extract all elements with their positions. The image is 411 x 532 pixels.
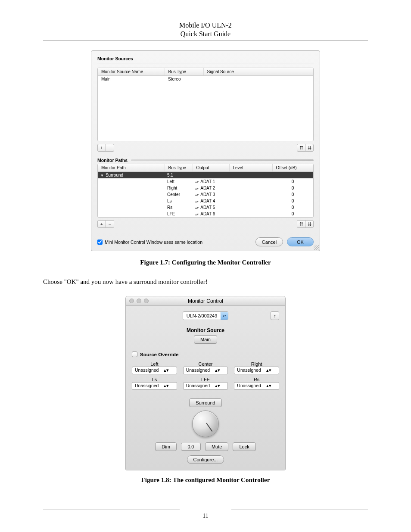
monitor-paths-label: Monitor Paths: [97, 158, 128, 163]
cell-bus: Right: [165, 185, 193, 191]
cell-level: [229, 191, 272, 198]
cell-offset: 0: [272, 204, 313, 211]
zoom-icon[interactable]: [144, 299, 149, 303]
channel-select[interactable]: Unassigned▴▾: [234, 382, 279, 390]
path-move-top-button[interactable]: ⇈: [297, 220, 305, 228]
page-number: 11: [43, 513, 368, 520]
close-icon[interactable]: [129, 299, 134, 303]
cell-offset: 0: [272, 198, 313, 204]
ok-button[interactable]: OK: [287, 237, 314, 246]
device-select-value: ULN-2/000249: [183, 313, 221, 318]
channel-label: Left: [132, 361, 177, 367]
table-row[interactable]: Main Stereo: [98, 76, 313, 83]
mute-button[interactable]: Mute: [205, 442, 228, 451]
device-select[interactable]: ULN-2/000249 ▴▾: [183, 311, 229, 320]
stepper-icon: ▴▾: [195, 193, 199, 197]
minimize-icon[interactable]: [137, 299, 141, 303]
monitor-source-title: Monitor Source: [132, 327, 279, 333]
col-signal-source[interactable]: Signal Source: [203, 68, 313, 76]
move-top-button[interactable]: ⇈: [297, 144, 305, 152]
body-paragraph: Choose "OK" and you now have a surround …: [43, 278, 368, 286]
cell-bus: Stereo: [165, 76, 203, 83]
window-titlebar[interactable]: Monitor Control: [126, 296, 285, 306]
monitor-config-dialog: Monitor Sources Monitor Source Name Bus …: [91, 50, 320, 251]
cell-level: [229, 178, 272, 185]
channel-select[interactable]: Unassigned▴▾: [132, 382, 177, 390]
table-row[interactable]: Right▴▾ ADAT 20: [98, 185, 313, 191]
window-title: Monitor Control: [126, 298, 285, 304]
channel-label: Center: [183, 361, 228, 367]
channel-label: LFE: [183, 377, 228, 382]
source-override-label: Source Override: [140, 352, 178, 357]
col-offset[interactable]: Offset (dB): [272, 164, 313, 172]
chevron-updown-icon: ▴▾: [264, 367, 279, 374]
figure-1-7-caption: Figure 1.7: Configuring the Monitor Cont…: [43, 259, 368, 266]
col-monitor-path[interactable]: Monitor Path: [98, 164, 165, 172]
col-output[interactable]: Output: [193, 164, 229, 172]
cell-level: [229, 185, 272, 191]
cell-bus: Left: [165, 178, 193, 185]
col-bus-type2[interactable]: Bus Type: [165, 164, 193, 172]
resize-grip[interactable]: [314, 245, 319, 250]
cell-level: [229, 211, 272, 217]
dim-button[interactable]: Dim: [155, 442, 177, 451]
doc-title-1: Mobile I/O ULN-2: [43, 22, 368, 29]
chevron-updown-icon: ▴▾: [161, 383, 176, 389]
move-bottom-button[interactable]: ⇊: [305, 144, 314, 152]
lock-button[interactable]: Lock: [233, 442, 255, 451]
cell-output: ▴▾ ADAT 3: [193, 191, 229, 198]
table-row[interactable]: Center▴▾ ADAT 30: [98, 191, 313, 198]
level-readout[interactable]: 0.0: [181, 443, 201, 451]
col-bus-type[interactable]: Bus Type: [165, 68, 203, 76]
channel-select[interactable]: Unassigned▴▾: [183, 367, 228, 374]
configure-button[interactable]: Configure...: [187, 455, 224, 464]
cell-output: ▴▾ ADAT 4: [193, 198, 229, 204]
stepper-icon: ▴▾: [195, 187, 199, 190]
sources-table: Monitor Source Name Bus Type Signal Sour…: [97, 68, 314, 141]
path-row-selected[interactable]: Surround 5.1: [98, 172, 313, 178]
divider: [97, 63, 314, 63]
cell-bus: Rs: [165, 204, 193, 211]
cell-level: [229, 198, 272, 204]
remove-path-button[interactable]: −: [106, 220, 114, 228]
table-row[interactable]: Rs▴▾ ADAT 50: [98, 204, 313, 211]
monitor-path-button[interactable]: Surround: [189, 398, 221, 407]
cell-bus: Center: [165, 191, 193, 198]
add-source-button[interactable]: +: [97, 144, 106, 152]
table-row[interactable]: LFE▴▾ ADAT 60: [98, 211, 313, 217]
monitor-control-window: Monitor Control ULN-2/000249 ▴▾ ↑ Monito…: [125, 296, 286, 470]
mini-window-label: Mini Monitor Control Window uses same lo…: [105, 240, 202, 245]
chevron-updown-icon: ▴▾: [221, 312, 228, 320]
stepper-icon: ▴▾: [195, 199, 199, 203]
channel-label: Ls: [132, 377, 177, 382]
pin-button[interactable]: ↑: [271, 311, 279, 320]
channel-select[interactable]: Unassigned▴▾: [234, 367, 279, 374]
col-level[interactable]: Level: [229, 164, 272, 172]
chevron-updown-icon: ▴▾: [212, 367, 227, 374]
channel-select-value: Unassigned: [184, 383, 212, 389]
chevron-updown-icon: ▴▾: [212, 383, 227, 389]
decorative-bar: [131, 159, 314, 161]
stepper-icon: ▴▾: [195, 180, 199, 184]
stepper-icon: ▴▾: [195, 206, 199, 210]
remove-source-button[interactable]: −: [106, 144, 114, 152]
cell-offset: 0: [272, 211, 313, 217]
mini-window-checkbox[interactable]: Mini Monitor Control Window uses same lo…: [97, 240, 202, 245]
channel-select[interactable]: Unassigned▴▾: [183, 382, 228, 390]
channel-select-value: Unassigned: [234, 367, 263, 374]
channel-select[interactable]: Unassigned▴▾: [132, 367, 177, 374]
monitor-source-button[interactable]: Main: [194, 335, 217, 344]
mini-window-check-input[interactable]: [97, 240, 103, 245]
cell-output: ▴▾ ADAT 6: [193, 211, 229, 217]
channel-label: Right: [234, 361, 279, 367]
volume-knob[interactable]: [192, 411, 219, 437]
cell-level: [229, 204, 272, 211]
col-source-name[interactable]: Monitor Source Name: [98, 68, 165, 76]
path-move-bottom-button[interactable]: ⇊: [305, 220, 314, 228]
table-row[interactable]: Left▴▾ ADAT 10: [98, 178, 313, 185]
add-path-button[interactable]: +: [97, 220, 106, 228]
channel-select-value: Unassigned: [234, 383, 263, 389]
source-override-checkbox[interactable]: [132, 352, 137, 357]
cancel-button[interactable]: Cancel: [255, 237, 283, 246]
table-row[interactable]: Ls▴▾ ADAT 40: [98, 198, 313, 204]
